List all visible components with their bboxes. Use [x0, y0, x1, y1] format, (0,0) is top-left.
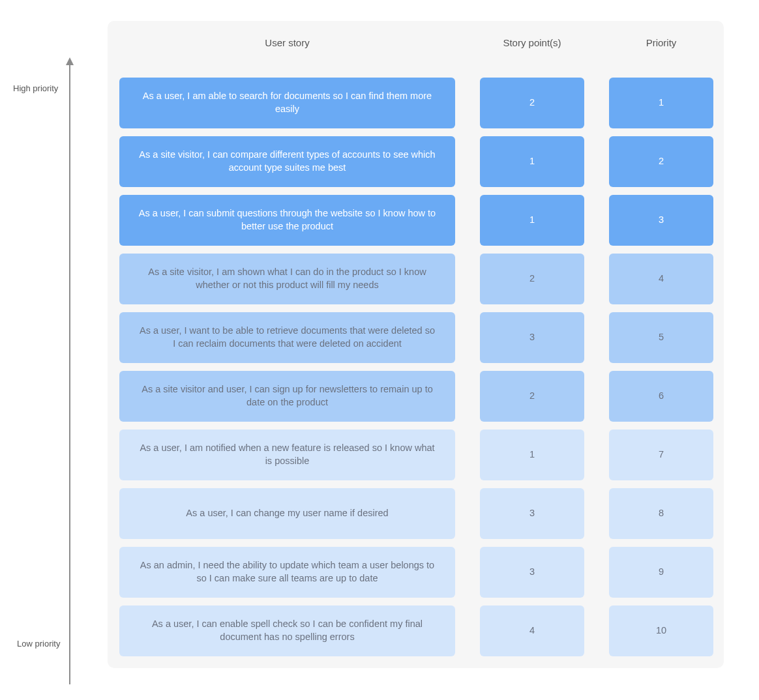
backlog-table: User story Story point(s) Priority As a … — [108, 21, 724, 668]
story-cell: As an admin, I need the ability to updat… — [119, 547, 455, 598]
table-row: As a user, I can submit questions throug… — [119, 195, 712, 246]
points-cell: 4 — [480, 605, 584, 656]
priority-cell: 6 — [609, 371, 713, 422]
priority-cell: 4 — [609, 254, 713, 304]
story-cell: As a site visitor and user, I can sign u… — [119, 371, 455, 422]
points-cell: 1 — [480, 430, 584, 480]
priority-axis-arrow — [69, 59, 70, 684]
points-cell: 1 — [480, 136, 584, 187]
table-row: As a site visitor, I can compare differe… — [119, 136, 712, 187]
table-row: As a site visitor and user, I can sign u… — [119, 371, 712, 422]
table-row: As a user, I want to be able to retrieve… — [119, 312, 712, 363]
priority-cell: 3 — [609, 195, 713, 246]
priority-cell: 8 — [609, 488, 713, 539]
priority-cell: 7 — [609, 430, 713, 480]
priority-cell: 10 — [609, 605, 713, 656]
table-row: As an admin, I need the ability to updat… — [119, 547, 712, 598]
table-row: As a site visitor, I am shown what I can… — [119, 254, 712, 304]
header-priority: Priority — [609, 31, 713, 55]
story-cell: As a user, I can change my user name if … — [119, 488, 455, 539]
table-header-row: User story Story point(s) Priority — [119, 31, 712, 55]
axis-label-low: Low priority — [17, 639, 60, 649]
table-row: As a user, I can enable spell check so I… — [119, 605, 712, 656]
story-cell: As a user, I can submit questions throug… — [119, 195, 455, 246]
priority-cell: 5 — [609, 312, 713, 363]
points-cell: 3 — [480, 312, 584, 363]
axis-label-high: High priority — [13, 83, 58, 93]
story-cell: As a user, I am able to search for docum… — [119, 78, 455, 128]
priority-cell: 2 — [609, 136, 713, 187]
story-cell: As a user, I am notified when a new feat… — [119, 430, 455, 480]
points-cell: 3 — [480, 488, 584, 539]
story-cell: As a user, I can enable spell check so I… — [119, 605, 455, 656]
priority-cell: 1 — [609, 78, 713, 128]
points-cell: 2 — [480, 254, 584, 304]
points-cell: 3 — [480, 547, 584, 598]
story-cell: As a user, I want to be able to retrieve… — [119, 312, 455, 363]
table-body: As a user, I am able to search for docum… — [119, 78, 712, 656]
points-cell: 2 — [480, 371, 584, 422]
table-row: As a user, I am notified when a new feat… — [119, 430, 712, 480]
header-story-points: Story point(s) — [480, 31, 584, 55]
table-row: As a user, I can change my user name if … — [119, 488, 712, 539]
points-cell: 2 — [480, 78, 584, 128]
points-cell: 1 — [480, 195, 584, 246]
story-cell: As a site visitor, I am shown what I can… — [119, 254, 455, 304]
header-user-story: User story — [119, 31, 455, 55]
priority-cell: 9 — [609, 547, 713, 598]
story-cell: As a site visitor, I can compare differe… — [119, 136, 455, 187]
table-row: As a user, I am able to search for docum… — [119, 78, 712, 128]
